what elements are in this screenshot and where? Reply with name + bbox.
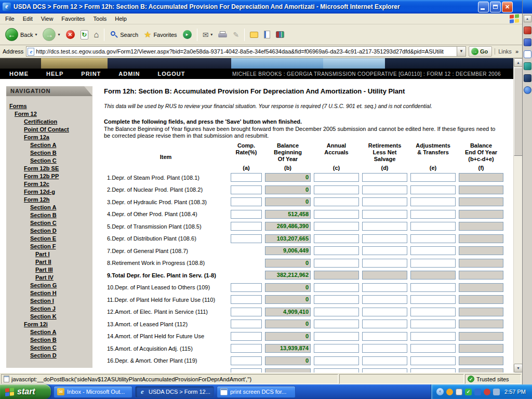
adjustments-transfers-input[interactable] <box>410 222 456 231</box>
tray-collapse-icon[interactable]: ‹ <box>436 388 444 395</box>
annual-accruals-input[interactable] <box>314 234 359 243</box>
mail-button[interactable]: ✉▾ <box>201 30 215 40</box>
adjustments-transfers-input[interactable] <box>410 185 456 194</box>
annual-accruals-input[interactable] <box>314 332 359 341</box>
sidebar-item[interactable]: Certification <box>6 118 91 126</box>
adjustments-transfers-input[interactable] <box>410 356 456 365</box>
annual-accruals-input[interactable] <box>314 185 359 194</box>
menu-view[interactable]: View <box>37 14 58 23</box>
sidebar-item[interactable]: Form 12a <box>6 134 91 141</box>
retirements-less-net-salvage-input[interactable] <box>362 344 407 353</box>
retirements-less-net-salvage-input[interactable] <box>362 246 407 255</box>
sidebar-item[interactable]: Section I <box>6 297 91 305</box>
retirements-less-net-salvage-input[interactable] <box>362 308 407 316</box>
media-button[interactable]: ▸ <box>181 29 194 40</box>
adjustments-transfers-input[interactable] <box>410 368 456 373</box>
discuss-button[interactable] <box>248 31 260 39</box>
sidebar-item[interactable]: Section A <box>6 328 91 336</box>
sidebar-item[interactable]: Section A <box>6 141 91 149</box>
adjustments-transfers-input[interactable] <box>410 332 456 341</box>
sidebar-item[interactable]: Section B <box>6 211 91 219</box>
annual-accruals-input[interactable] <box>314 173 359 182</box>
start-button[interactable]: start <box>0 384 51 399</box>
back-dropdown-icon[interactable]: ▾ <box>35 32 37 37</box>
retirements-less-net-salvage-input[interactable] <box>362 185 407 194</box>
annual-accruals-input[interactable] <box>314 368 359 373</box>
retirements-less-net-salvage-input[interactable] <box>362 173 407 182</box>
vertical-scrollbar[interactable]: ▲ ▼ <box>513 58 522 373</box>
links-label[interactable]: Links <box>495 48 513 55</box>
comp-rate-input[interactable] <box>231 332 262 341</box>
annual-accruals-input[interactable] <box>314 210 359 219</box>
sidebar-item[interactable]: Form 12h <box>6 196 91 204</box>
taskbar-task-outlook[interactable]: ✉ Inbox - Microsoft Out... <box>54 386 132 398</box>
address-url[interactable]: http://dcs.test.sc.egov.usda.gov/Form12/… <box>34 48 457 55</box>
retirements-less-net-salvage-input[interactable] <box>362 368 407 373</box>
adjustments-transfers-input[interactable] <box>410 246 456 255</box>
office-shortcut-icon[interactable] <box>524 62 531 70</box>
forward-dropdown-icon[interactable]: ▾ <box>58 32 60 37</box>
forward-button[interactable]: → ▾ <box>41 27 62 42</box>
sidebar-item[interactable]: Part IV <box>6 274 91 282</box>
search-button[interactable]: Search <box>108 30 140 40</box>
annual-accruals-input[interactable] <box>314 246 359 255</box>
mail-dropdown-icon[interactable]: ▾ <box>210 32 212 37</box>
comp-rate-input[interactable] <box>231 320 262 328</box>
tray-icon[interactable]: ✓ <box>465 389 472 395</box>
retirements-less-net-salvage-input[interactable] <box>362 222 407 231</box>
links-chevron-icon[interactable]: » <box>515 48 520 55</box>
comp-rate-input[interactable] <box>231 210 262 219</box>
comp-rate-input[interactable] <box>231 356 262 365</box>
menu-edit[interactable]: Edit <box>19 14 37 23</box>
adjustments-transfers-input[interactable] <box>410 344 456 353</box>
comp-rate-input[interactable] <box>231 234 262 243</box>
sidebar-item[interactable]: Section B <box>6 336 91 344</box>
tray-icon[interactable] <box>446 389 453 395</box>
comp-rate-input[interactable] <box>231 185 262 194</box>
sidebar-item[interactable]: Section E <box>6 235 91 243</box>
sidebar-item[interactable]: Section C <box>6 157 91 165</box>
annual-accruals-input[interactable] <box>314 344 359 353</box>
retirements-less-net-salvage-input[interactable] <box>362 356 407 365</box>
retirements-less-net-salvage-input[interactable] <box>362 283 407 292</box>
office-shortcut-icon[interactable] <box>524 26 531 34</box>
retirements-less-net-salvage-input[interactable] <box>362 295 407 304</box>
nav-admin[interactable]: ADMIN <box>118 71 140 77</box>
sidebar-item[interactable]: Form 12i <box>6 321 91 328</box>
scroll-down-button[interactable]: ▼ <box>514 364 522 373</box>
retirements-less-net-salvage-input[interactable] <box>362 320 407 328</box>
sidebar-item[interactable]: Section K <box>6 313 91 321</box>
adjustments-transfers-input[interactable] <box>410 197 456 206</box>
tray-icon[interactable] <box>493 389 500 395</box>
adjustments-transfers-input[interactable] <box>410 173 456 182</box>
annual-accruals-input[interactable] <box>314 259 359 268</box>
sidebar-item[interactable]: Part II <box>6 258 91 266</box>
sidebar-item[interactable]: Section G <box>6 282 91 289</box>
taskbar-task-ie-active[interactable]: e USDA DCS > Form 12... <box>135 386 214 398</box>
sidebar-item[interactable]: Section H <box>6 289 91 297</box>
comp-rate-input[interactable] <box>231 295 262 304</box>
sidebar-item[interactable]: Section A <box>6 204 91 211</box>
nav-help[interactable]: HELP <box>46 71 63 77</box>
office-bar-scroll-up-button[interactable]: ▲ <box>524 15 531 22</box>
menu-tools[interactable]: Tools <box>89 14 111 23</box>
tray-icon[interactable] <box>474 389 481 395</box>
address-dropdown-icon[interactable]: ▼ <box>457 47 466 56</box>
annual-accruals-input[interactable] <box>314 283 359 292</box>
retirements-less-net-salvage-input[interactable] <box>362 234 407 243</box>
retirements-less-net-salvage-input[interactable] <box>362 332 407 341</box>
comp-rate-input[interactable] <box>231 222 262 231</box>
home-button[interactable]: ⌂ <box>92 29 101 41</box>
research-button[interactable] <box>262 30 272 39</box>
capture-button[interactable] <box>274 30 286 39</box>
retirements-less-net-salvage-input[interactable] <box>362 259 407 268</box>
comp-rate-input[interactable] <box>231 197 262 206</box>
annual-accruals-input[interactable] <box>314 197 359 206</box>
tray-icon[interactable] <box>484 389 490 395</box>
sidebar-item[interactable]: Part III <box>6 266 91 274</box>
comp-rate-input[interactable] <box>231 368 262 373</box>
annual-accruals-input[interactable] <box>314 320 359 328</box>
comp-rate-input[interactable] <box>231 283 262 292</box>
adjustments-transfers-input[interactable] <box>410 259 456 268</box>
adjustments-transfers-input[interactable] <box>410 283 456 292</box>
